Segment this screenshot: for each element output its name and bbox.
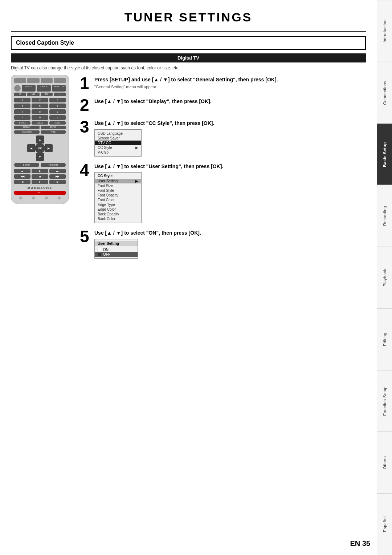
step-5-menu: User Setting ON OFF [94, 239, 138, 259]
dot-3 [45, 197, 48, 199]
section-heading: Closed Caption Style [11, 36, 366, 50]
page-title: TUNER SETTINGS [11, 0, 366, 32]
menu-back-color: Back Color [98, 216, 138, 221]
remote-top-buttons [14, 78, 66, 83]
step-4: 4 Use [▲ / ▼] to select "User Setting", … [80, 162, 366, 223]
dtv-tv-btn: DTV/TV [22, 85, 36, 92]
off-label: OFF [103, 252, 110, 256]
sidebar-tab-playback[interactable]: Playback [377, 247, 392, 308]
sidebar-tab-basic-setup[interactable]: Basic Setup [377, 123, 392, 185]
ff-btn: ▶▶ [49, 174, 66, 179]
sidebar-tab-introduction[interactable]: Introduction [377, 0, 392, 62]
remote-bottom-dots [14, 197, 66, 199]
intro-text: Digital TV can also change the style of … [11, 65, 366, 70]
dot-1 [19, 197, 22, 199]
off-checkbox [98, 252, 101, 256]
display-btn: DISPLAY [14, 126, 40, 129]
dot-2 [32, 197, 35, 199]
sidebar: Introduction Connections Basic Setup Rec… [377, 0, 392, 555]
step-5-number: 5 [80, 228, 91, 245]
remote-row-5: DISC MENU TITLE [14, 130, 66, 134]
cc-style-title: CC Style [98, 174, 138, 178]
remote-row-bottom: REC [14, 191, 66, 195]
step-3: 3 Use [▲ / ▼] to select "CC Style", then… [80, 118, 366, 157]
dpad-up: ▲ [36, 135, 44, 143]
slow-ff-btn: ▶ [49, 180, 66, 184]
step-1-content: Press [SETUP] and use [▲ / ▼] to select … [94, 75, 366, 91]
step-2-number: 2 [80, 97, 91, 113]
num-7: 7 [14, 109, 30, 114]
num-star: * [14, 115, 30, 120]
power-btn [14, 85, 21, 92]
step-2-content: Use [▲ / ▼] to select "Display", then pr… [94, 97, 366, 106]
menu-item-dtv-cc: DTV CC [95, 141, 141, 145]
audio-btn: AUDIO [49, 121, 66, 125]
menu-font-size: Font Size [98, 183, 138, 188]
media-row-2: ◀◀ ■ ▶▶ [14, 174, 66, 179]
rec-btn: REC [14, 191, 66, 195]
num-1: 1 [14, 98, 30, 102]
remote-btn-4 [54, 78, 66, 83]
remote-container: DTV/TV SOURCE OPEN/CLOSE IR ASC BG + 1 2… [11, 75, 73, 264]
stop-btn: ■ [32, 174, 48, 179]
sidebar-tab-others[interactable]: Others [377, 432, 392, 493]
cc-style-arrow: ▶ [135, 146, 138, 150]
prev-btn: ⏮ [14, 169, 30, 173]
num-5: 5 [32, 104, 48, 108]
clear-btn: CLEAR [32, 121, 48, 125]
enter-btn: ENTER [41, 126, 66, 129]
num-6: 6 [49, 104, 66, 108]
step-4-title: Use [▲ / ▼] to select "User Setting", th… [94, 163, 366, 170]
step-3-content: Use [▲ / ▼] to select "CC Style", then p… [94, 118, 366, 157]
body-layout: DTV/TV SOURCE OPEN/CLOSE IR ASC BG + 1 2… [11, 75, 366, 264]
remote-number-grid: 1 2 3 4 5 6 7 8 9 * 0 # [14, 98, 66, 120]
ok-btn: OK [35, 143, 45, 153]
step-3-title: Use [▲ / ▼] to select "CC Style", then p… [94, 120, 366, 127]
on-label: ON [103, 248, 109, 252]
menu-font-color: Font Color [98, 198, 138, 202]
user-setting-arrow: ▶ [135, 179, 138, 183]
us-title: User Setting [95, 241, 138, 246]
bg-btn: BG [41, 93, 53, 96]
step-4-content: Use [▲ / ▼] to select "User Setting", th… [94, 162, 366, 223]
sidebar-tab-recording[interactable]: Recording [377, 185, 392, 247]
step-4-number: 4 [80, 162, 91, 178]
menu-item-cc-style: CC Style ▶ [98, 145, 138, 150]
menu-font-opacity: Font Opacity [98, 193, 138, 198]
step-2: 2 Use [▲ / ▼] to select "Display", then … [80, 97, 366, 113]
sidebar-tab-function-setup[interactable]: Function Setup [377, 370, 392, 432]
asc-btn: ASC [27, 93, 39, 96]
num-2: 2 [32, 98, 48, 102]
step-2-title: Use [▲ / ▼] to select "Display", then pr… [94, 98, 366, 105]
sidebar-tab-connections[interactable]: Connections [377, 62, 392, 123]
menu-back-opacity: Back Opacity [98, 212, 138, 216]
step-1-title: Press [SETUP] and use [▲ / ▼] to select … [94, 76, 366, 84]
us-on-item: ON [98, 247, 135, 252]
step-5: 5 Use [▲ / ▼] to select "ON", then press… [80, 228, 366, 259]
title-btn: TITLE [41, 130, 66, 134]
remote-btn-3 [41, 78, 53, 83]
sidebar-tab-espanol[interactable]: Español [377, 493, 392, 555]
menu-edge-type: Edge Type [98, 202, 138, 207]
disc-menu-btn: DISC MENU [14, 130, 40, 134]
sidebar-tab-editing[interactable]: Editing [377, 308, 392, 370]
setup-btn: SETUP [14, 163, 39, 167]
step-4-menu: CC Style User Setting ▶ Font Size Font S… [94, 172, 142, 223]
remote-row-4: DISPLAY ENTER [14, 126, 66, 129]
remote-btn-1 [14, 78, 26, 83]
num-4: 4 [14, 104, 30, 108]
remote-row-2: IR ASC BG + [14, 93, 66, 96]
ir-btn: IR [14, 93, 26, 96]
menu-user-setting: User Setting ▶ [95, 179, 141, 183]
num-9: 9 [49, 109, 66, 114]
pause-btn: ⏸ [32, 180, 48, 184]
media-row-1: ⏮ ▶ ⏭ [14, 169, 66, 173]
step-3-number: 3 [80, 118, 91, 135]
menu-item-screen-saver: Screen Saver [98, 136, 138, 141]
remote-control: DTV/TV SOURCE OPEN/CLOSE IR ASC BG + 1 2… [11, 75, 69, 204]
play-btn: ▶ [32, 169, 48, 173]
num-hash: # [49, 115, 66, 120]
menu-edge-color: Edge Color [98, 207, 138, 212]
main-content: TUNER SETTINGS Closed Caption Style Digi… [0, 0, 377, 275]
remote-brand: MAGNAVOX [14, 186, 66, 190]
